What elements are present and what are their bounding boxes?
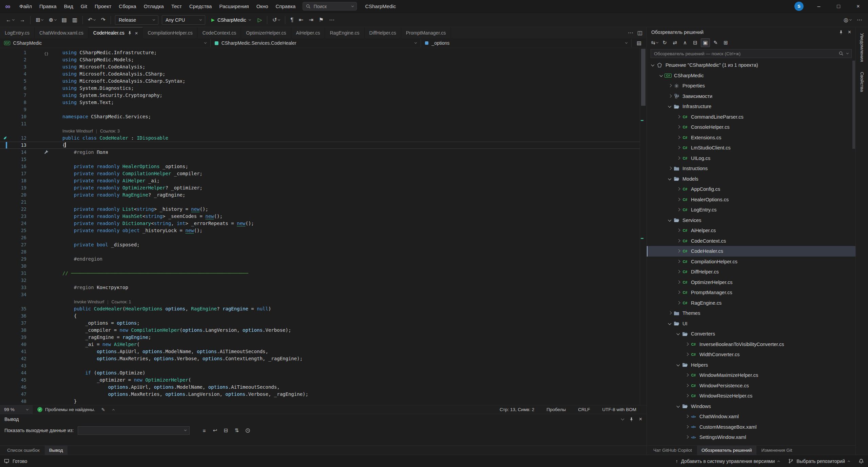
tree-chevron-icon[interactable]: [667, 163, 673, 174]
tree-item[interactable]: Instructions: [647, 163, 855, 174]
code-line[interactable]: 13{: [0, 142, 640, 149]
notifications-bell-icon[interactable]: [859, 459, 864, 464]
message-filter-icon[interactable]: ≡: [200, 426, 209, 435]
menu-item[interactable]: Правка: [36, 0, 60, 13]
breakpoint-margin[interactable]: [0, 227, 12, 234]
show-all-files-icon[interactable]: ⊟: [691, 38, 700, 47]
add-item-icon[interactable]: ⊕: [46, 15, 58, 25]
tree-chevron-icon[interactable]: [684, 349, 690, 360]
save-icon[interactable]: ▤: [59, 15, 69, 25]
toggle-bookmark-icon[interactable]: ⚑: [316, 15, 326, 25]
breakpoint-margin[interactable]: [0, 398, 12, 405]
redo-icon[interactable]: ↷: [98, 15, 108, 25]
code-line[interactable]: 18 private readonly AiHelper _ai;: [0, 177, 640, 184]
breakpoint-margin[interactable]: [0, 156, 12, 163]
increase-indent-icon[interactable]: ⇥: [306, 15, 315, 25]
breakpoint-margin[interactable]: [0, 305, 12, 312]
tree-item[interactable]: Infrastructure: [647, 101, 855, 112]
code-line[interactable]: 37 _options = options;: [0, 320, 640, 327]
breakpoint-margin[interactable]: [0, 241, 12, 248]
breakpoint-margin[interactable]: [0, 220, 12, 227]
close-tab-icon[interactable]: ×: [135, 30, 138, 36]
document-tab[interactable]: ChatWindow.xaml.cs: [35, 27, 89, 38]
breakpoint-margin[interactable]: [0, 85, 12, 92]
code-line[interactable]: 45 _optimizer = new OptimizerHelper(: [0, 377, 640, 384]
code-line[interactable]: 30: [0, 263, 640, 270]
tree-item[interactable]: C#WindowMaximizeHelper.cs: [647, 370, 855, 381]
code-line[interactable]: 15: [0, 156, 640, 163]
breakpoint-margin[interactable]: [0, 170, 12, 177]
breakpoint-margin[interactable]: [0, 377, 12, 384]
breakpoint-margin[interactable]: [0, 341, 12, 348]
breakpoint-margin[interactable]: [0, 120, 12, 127]
code-line[interactable]: 7using System.Security.Cryptography;: [0, 92, 640, 99]
breakpoint-margin[interactable]: [0, 334, 12, 341]
document-tab[interactable]: AiHelper.cs: [291, 27, 325, 38]
codelens-command[interactable]: Invoke Windsurf: [74, 300, 104, 304]
tree-chevron-icon[interactable]: [684, 422, 690, 432]
breakpoint-margin[interactable]: [0, 327, 12, 334]
tab-overflow-icon[interactable]: ⋯: [628, 29, 633, 36]
code-line[interactable]: 41 options.ApiUrl, options.ModelName, op…: [0, 348, 640, 355]
code-line[interactable]: 2using CSharpMedic.Models;: [0, 56, 640, 63]
document-tab[interactable]: LogEntry.cs: [0, 27, 35, 38]
tree-chevron-icon[interactable]: [684, 381, 690, 391]
code-line[interactable]: 47 options.MaxRetries, options.LangVersi…: [0, 391, 640, 398]
tool-window-tab[interactable]: Обозреватель решений: [697, 446, 756, 455]
tree-chevron-icon[interactable]: [684, 339, 690, 350]
tree-item[interactable]: Models: [647, 174, 855, 184]
add-to-source-control-button[interactable]: ↑ Добавить в систему управления версиями: [676, 459, 780, 464]
start-debug-button[interactable]: ▶CSharpMedic: [208, 15, 254, 25]
code-line[interactable]: 33 #region Конструктор: [0, 284, 640, 291]
tree-item[interactable]: C#HealerOptions.cs: [647, 195, 855, 205]
save-all-icon[interactable]: ▥: [70, 15, 80, 25]
platform-select[interactable]: Any CPU: [162, 15, 205, 25]
editor-scrollbar[interactable]: [640, 48, 647, 405]
tool-window-tab[interactable]: Изменения Git: [757, 446, 797, 455]
tree-chevron-icon[interactable]: [650, 60, 656, 70]
user-avatar[interactable]: S: [794, 2, 804, 11]
scrollbar-thumb[interactable]: [641, 49, 645, 106]
collapse-all-icon[interactable]: ∧: [680, 38, 690, 47]
tree-item[interactable]: Converters: [647, 329, 855, 339]
decrease-indent-icon[interactable]: ⇤: [296, 15, 306, 25]
tree-item[interactable]: C#ConsoleHelper.cs: [647, 122, 855, 133]
chevron-down-icon[interactable]: [621, 417, 624, 421]
tree-chevron-icon[interactable]: [667, 215, 673, 226]
tree-item[interactable]: Решение "CSharpMedic" (1 из 1 проекта): [647, 60, 855, 70]
code-line[interactable]: 39 _ragEngine = ragEngine;: [0, 334, 640, 341]
code-line[interactable]: 27 private bool _disposed;: [0, 241, 640, 248]
menu-item[interactable]: Сборка: [115, 0, 140, 13]
tree-item[interactable]: C#CodeHealer.cs: [647, 246, 855, 257]
cursor-position[interactable]: Стр: 13, Симв: 2: [500, 407, 534, 412]
code-line[interactable]: 23 private readonly HashSet<string> _see…: [0, 213, 640, 220]
tree-item[interactable]: </>CustomMessageBox.xaml: [647, 422, 855, 432]
breakpoint-margin[interactable]: [0, 199, 12, 206]
breakpoint-margin[interactable]: [0, 234, 12, 241]
tree-chevron-icon[interactable]: [659, 70, 664, 81]
tree-chevron-icon[interactable]: [676, 205, 681, 215]
tree-item[interactable]: C#UILog.cs: [647, 153, 855, 164]
undo-icon[interactable]: ↶: [85, 15, 98, 25]
menu-item[interactable]: Проект: [91, 0, 115, 13]
breakpoint-margin[interactable]: [0, 78, 12, 85]
tree-item[interactable]: C#WindowResizeHelper.cs: [647, 391, 855, 401]
autoscroll-icon[interactable]: ⇅: [232, 426, 241, 435]
code-line[interactable]: 14 #region Поля: [0, 149, 640, 156]
code-line[interactable]: 19 private readonly OptimizerHelper? _op…: [0, 184, 640, 191]
code-line[interactable]: 6using System.Diagnostics;: [0, 85, 640, 92]
breakpoint-margin[interactable]: [0, 113, 12, 120]
breakpoint-margin[interactable]: [0, 63, 12, 70]
breadcrumb-member-select[interactable]: _options: [421, 39, 632, 47]
tree-item[interactable]: Properties: [647, 81, 855, 91]
new-file-icon[interactable]: ⊞: [33, 15, 45, 25]
breakpoint-margin[interactable]: [0, 284, 12, 291]
toolbar-overflow-icon[interactable]: ⋯: [327, 15, 337, 25]
word-wrap-icon[interactable]: ↩: [211, 426, 219, 435]
tree-item[interactable]: C#DiffHelper.cs: [647, 267, 855, 277]
tree-chevron-icon[interactable]: [676, 298, 681, 308]
code-line[interactable]: 48 }: [0, 398, 640, 405]
tree-chevron-icon[interactable]: [684, 432, 690, 443]
breakpoint-margin[interactable]: [0, 270, 12, 277]
breakpoint-margin[interactable]: [0, 348, 12, 355]
